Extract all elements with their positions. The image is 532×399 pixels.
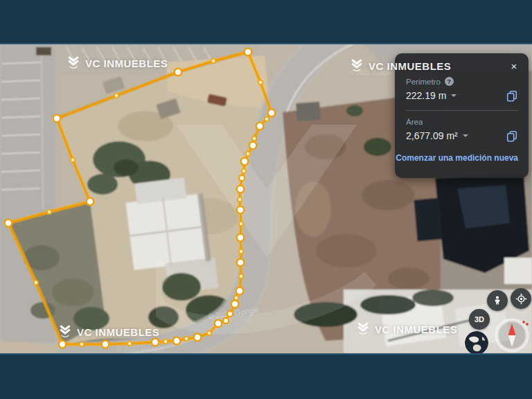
pegman-icon (492, 295, 503, 306)
area-value: 2,677.09 m² (406, 130, 458, 141)
panel-divider (406, 110, 518, 111)
copy-area-icon[interactable] (506, 130, 518, 142)
unit-dropdown-caret-icon[interactable] (463, 134, 468, 137)
globe-icon (465, 331, 488, 355)
google-earth-viewport[interactable]: © 2022 Google © 2022 Google © 2022 Googl… (0, 0, 532, 399)
pegman-button[interactable] (487, 290, 508, 311)
perimeter-value: 222.19 m (406, 90, 446, 101)
area-label: Área (406, 118, 423, 126)
close-icon[interactable]: × (508, 60, 520, 73)
compass-control[interactable] (494, 317, 530, 353)
help-icon[interactable]: ? (445, 77, 454, 86)
my-location-button[interactable] (511, 288, 531, 309)
unit-dropdown-caret-icon[interactable] (451, 94, 456, 97)
new-measurement-button[interactable]: Comenzar una medición nueva (406, 153, 518, 163)
perimeter-label: Perimetro (406, 78, 441, 86)
copy-perimeter-icon[interactable] (506, 89, 518, 102)
perimeter-label-row: Perimetro ? (406, 77, 518, 86)
compass-icon (494, 317, 530, 353)
view-3d-button[interactable]: 3D (469, 309, 490, 330)
letterbox-top (0, 0, 532, 44)
letterbox-bottom (0, 353, 532, 399)
measurement-panel: × Perimetro ? 222.19 m Área 2,677.09 m² (395, 53, 529, 178)
view-3d-label: 3D (475, 315, 484, 323)
globe-view-button[interactable] (465, 331, 488, 355)
my-location-icon (515, 293, 527, 305)
new-measurement-label: Comenzar una medición nueva (396, 153, 518, 163)
